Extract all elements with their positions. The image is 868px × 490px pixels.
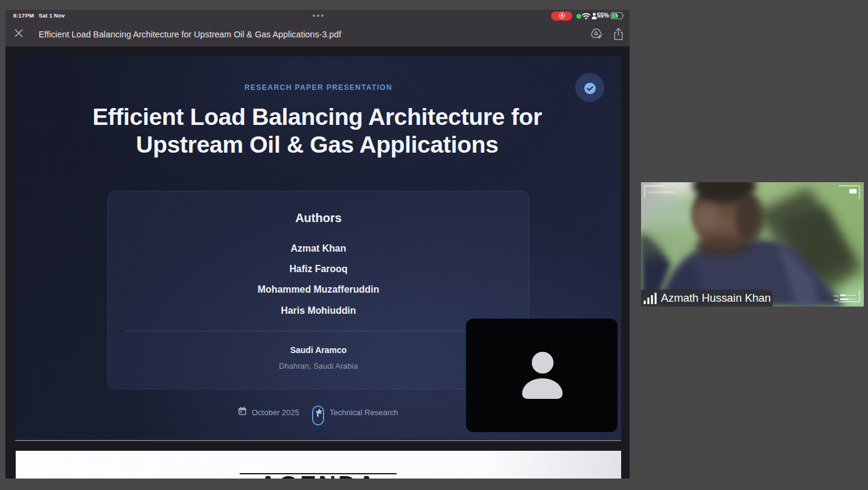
svg-text:IN A ZOOM WINDOW: IN A ZOOM WINDOW	[649, 191, 675, 194]
svg-text:CH1: CH1	[834, 294, 839, 298]
svg-text:CH2: CH2	[834, 299, 839, 302]
